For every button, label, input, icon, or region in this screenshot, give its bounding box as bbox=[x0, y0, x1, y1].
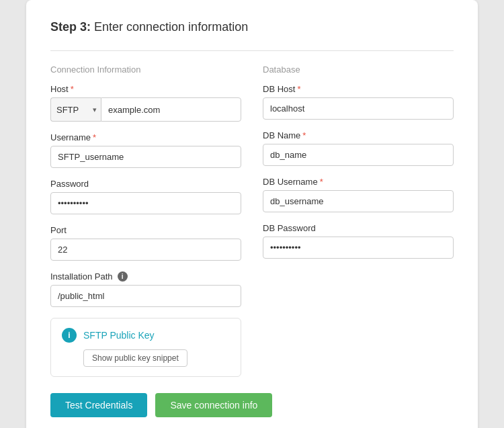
divider bbox=[50, 50, 454, 51]
db-host-input[interactable] bbox=[263, 97, 454, 120]
connection-column: Connection Information Host * SFTP FTP F… bbox=[50, 65, 241, 377]
host-field-group: Host * SFTP FTP FTPS bbox=[50, 84, 241, 122]
port-input[interactable] bbox=[50, 239, 241, 261]
bottom-actions: Test Credentials Save connection info bbox=[50, 393, 454, 417]
main-card: Step 3: Enter connection information Con… bbox=[26, 0, 478, 428]
password-label: Password bbox=[50, 179, 241, 189]
db-name-field-group: DB Name * bbox=[263, 130, 454, 166]
db-password-field-group: DB Password bbox=[263, 223, 454, 259]
db-username-input[interactable] bbox=[263, 190, 454, 212]
db-host-label: DB Host * bbox=[263, 84, 454, 94]
password-input[interactable] bbox=[50, 192, 241, 214]
save-connection-button[interactable]: Save connection info bbox=[155, 393, 272, 417]
db-username-required-star: * bbox=[320, 177, 323, 187]
username-required-star: * bbox=[93, 132, 96, 142]
host-protocol-wrapper[interactable]: SFTP FTP FTPS bbox=[50, 97, 101, 122]
two-col-layout: Connection Information Host * SFTP FTP F… bbox=[50, 65, 454, 377]
page-title: Step 3: Enter connection information bbox=[50, 20, 454, 34]
connection-section-label: Connection Information bbox=[50, 65, 241, 75]
install-path-info-icon[interactable]: i bbox=[118, 271, 128, 282]
db-username-label: DB Username * bbox=[263, 177, 454, 187]
username-field-group: Username * bbox=[50, 132, 241, 168]
sftp-key-box: i SFTP Public Key Show public key snippe… bbox=[50, 318, 241, 377]
host-input-row: SFTP FTP FTPS bbox=[50, 97, 241, 122]
port-field-group: Port bbox=[50, 225, 241, 261]
host-input[interactable] bbox=[101, 97, 241, 122]
db-password-input[interactable] bbox=[263, 237, 454, 259]
db-name-required-star: * bbox=[302, 130, 306, 140]
db-password-label: DB Password bbox=[263, 223, 454, 233]
step-subtitle: Enter connection information bbox=[94, 20, 248, 34]
db-host-field-group: DB Host * bbox=[263, 84, 454, 120]
test-credentials-button[interactable]: Test Credentials bbox=[50, 393, 147, 417]
port-label: Port bbox=[50, 225, 241, 235]
show-public-key-button[interactable]: Show public key snippet bbox=[83, 349, 187, 367]
database-column: Database DB Host * DB Name * DB Username bbox=[263, 65, 454, 377]
db-username-field-group: DB Username * bbox=[263, 177, 454, 212]
password-field-group: Password bbox=[50, 179, 241, 214]
sftp-key-top: i SFTP Public Key bbox=[62, 328, 230, 343]
sftp-info-circle-icon: i bbox=[62, 328, 77, 343]
step-label: Step 3: bbox=[50, 20, 91, 34]
database-section-label: Database bbox=[263, 65, 454, 75]
username-input[interactable] bbox=[50, 146, 241, 168]
sftp-key-link[interactable]: SFTP Public Key bbox=[83, 330, 155, 341]
db-name-label: DB Name * bbox=[263, 130, 454, 140]
install-path-label: Installation Path i bbox=[50, 271, 241, 282]
username-label: Username * bbox=[50, 132, 241, 142]
install-path-field-group: Installation Path i bbox=[50, 271, 241, 307]
db-name-input[interactable] bbox=[263, 144, 454, 166]
host-label: Host * bbox=[50, 84, 241, 94]
db-host-required-star: * bbox=[297, 84, 300, 94]
install-path-input[interactable] bbox=[50, 285, 241, 307]
host-required-star: * bbox=[71, 84, 74, 94]
host-protocol-select[interactable]: SFTP FTP FTPS bbox=[50, 97, 101, 122]
